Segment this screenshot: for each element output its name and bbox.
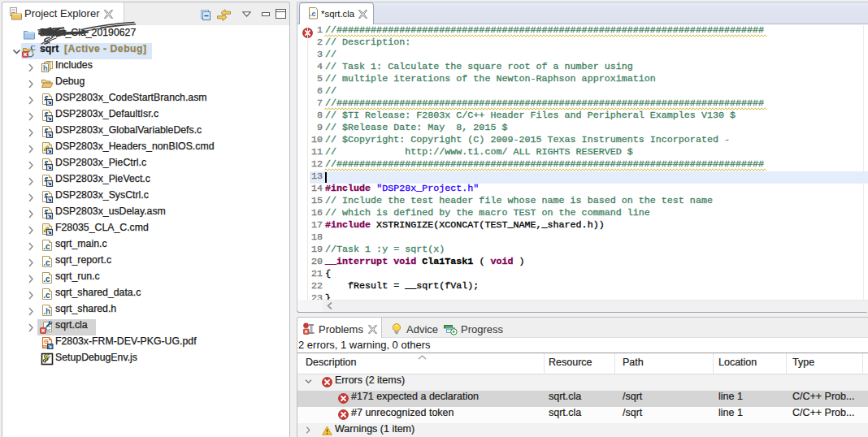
svg-text:.c: .c: [43, 275, 50, 283]
svg-text:.h: .h: [43, 307, 50, 316]
svg-text:.c: .c: [310, 10, 316, 18]
svg-text:.c: .c: [43, 258, 50, 267]
svg-text:h: h: [43, 64, 48, 72]
svg-text:.c: .c: [43, 242, 50, 251]
svg-text:.c: .c: [43, 291, 50, 300]
